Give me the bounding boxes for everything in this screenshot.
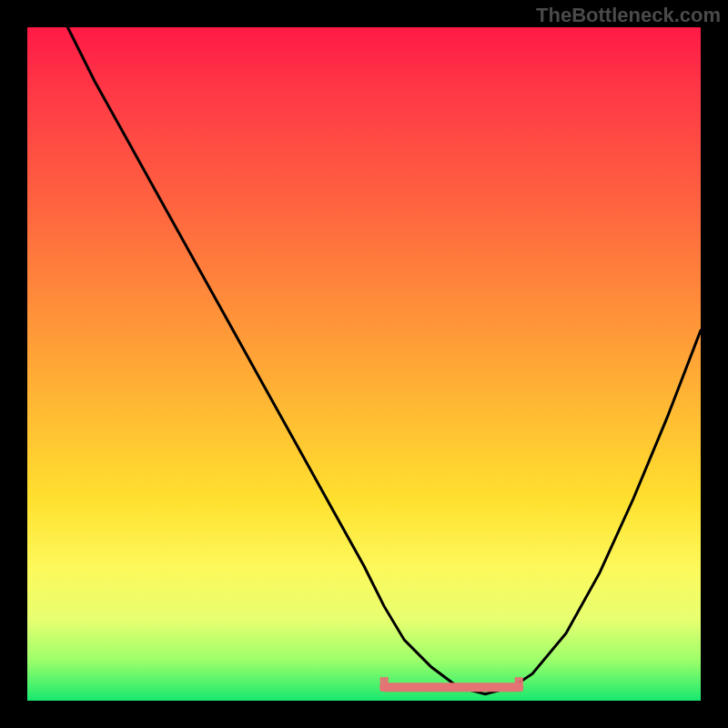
bottleneck-curve: [67, 27, 701, 694]
flat-bottom-band: [381, 678, 521, 690]
watermark-text: TheBottleneck.com: [536, 4, 721, 27]
chart-frame: TheBottleneck.com: [0, 0, 728, 728]
chart-overlay: [27, 27, 701, 701]
